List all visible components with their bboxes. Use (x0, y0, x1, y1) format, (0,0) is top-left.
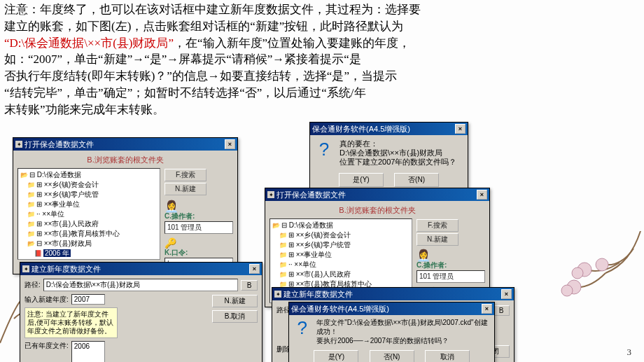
dialog-title: 建立新年度数据文件 (31, 264, 101, 274)
operator-label: C.操作者: (416, 261, 447, 269)
msg-line: 年度文件"D:\保会通数据\××市(县)财政局\2007.ckd"创建成功！ (316, 318, 490, 336)
close-icon[interactable]: × (477, 190, 487, 200)
operator-label: C.操作者: (164, 212, 195, 220)
text: ，在“输入新年度”位置处输入要建账的年度， (174, 36, 410, 50)
tree-year-node[interactable]: 2006 年 (34, 249, 158, 258)
cancel-button[interactable]: B.取消 (212, 310, 258, 323)
new-button[interactable]: N.新建 (212, 295, 258, 307)
dialog-title: 打开保会通数据文件 (276, 190, 346, 200)
yes-button[interactable]: 是(Y) (339, 173, 384, 187)
tree-node[interactable]: ⊞ ××乡(镇)零户统管 (27, 190, 158, 200)
question-icon: ? (314, 139, 334, 159)
tree-root[interactable]: ⊟ D:\保会通数据 (20, 170, 158, 180)
search-button[interactable]: F.搜索 (164, 169, 206, 181)
tree-root[interactable]: ⊟ D:\保会通数据 (272, 221, 410, 230)
tree-node[interactable]: ⊞ ××市(县)教育局核算中心 (27, 229, 158, 239)
existing-year-list[interactable]: 2006 (71, 341, 105, 362)
close-icon[interactable]: × (249, 264, 260, 274)
dialog-title: 建立新年度数据文件 (284, 289, 353, 300)
svg-point-8 (596, 258, 608, 271)
cancel-button[interactable]: 取消 (425, 350, 470, 362)
app-icon: ✦ (22, 265, 29, 272)
tree-node[interactable]: ·· ××单位 (27, 209, 158, 219)
svg-point-10 (561, 285, 573, 296)
browse-button[interactable]: B (241, 280, 258, 291)
text: 建立的账套，如下图(左)，点击账套组对话框的“新建”按钮，此时路径默认为 (4, 20, 403, 33)
text: 否执行年度结转(即年末转账)？”的信息→如要直接结转，选择“是”，当提示 (4, 69, 397, 83)
confirm-create-dialog: 保会通财务软件(A4.5增强版) × ? 真的要在： D:\保会通数据\××市(… (309, 122, 468, 190)
confirm-rollover-dialog: 保会通财务软件(A4.5增强版) × ? 年度文件"D:\保会通数据\××市(县… (288, 302, 495, 362)
tree-node[interactable]: ⊞ ××市(县)人民政府 (27, 219, 158, 229)
search-button[interactable]: F.搜索 (416, 219, 458, 232)
app-icon: ✦ (15, 141, 22, 148)
question-icon: ? (293, 318, 311, 337)
tree-node[interactable]: ·· ××单位 (279, 260, 410, 270)
group-label: B.浏览账套的根文件夹 (270, 205, 485, 216)
dialog-title: 打开保会通数据文件 (24, 139, 94, 150)
text: 如：“2007”，单击“新建”→“是”→屏幕提示“请稍候”→紧接着提示“是 (4, 53, 361, 66)
input-year-label: 输入新建年度: (24, 295, 69, 305)
close-icon[interactable]: × (482, 304, 492, 314)
avatar-icon: 👩‍💼 (416, 251, 485, 260)
tree-node[interactable]: ⊞ ××事业单位 (279, 250, 410, 260)
browse-button[interactable]: B (493, 305, 510, 316)
dialog-title: 保会通财务软件(A4.5增强版) (312, 124, 410, 134)
path-label: 路径: (24, 280, 41, 290)
tree-node-selected[interactable]: ⊟ ××市(县)财政局 (27, 239, 158, 249)
text: 注意：年度终了，也可以在该对话框中建立新年度数据文件，其过程为：选择要 (4, 3, 421, 16)
svg-point-9 (567, 280, 581, 294)
tree-node[interactable]: ⊞ ××事业单位 (27, 200, 158, 209)
path-field[interactable]: D:\保会通数据\××市(县)财政局 (43, 279, 238, 291)
close-icon[interactable]: × (455, 124, 465, 134)
input-year-field[interactable]: 2007 (71, 294, 105, 305)
app-icon: ✦ (267, 191, 274, 198)
msg-line: 位置下建立2007年的数据文件吗？ (340, 158, 456, 167)
folder-tree[interactable]: ⊟ D:\保会通数据 ⊞ ××乡(镇)资金会计 ⊞ ××乡(镇)零户统管 ⊞ ×… (18, 168, 160, 260)
new-button[interactable]: N.新建 (164, 183, 206, 195)
tree-node[interactable]: ⊞ ××乡(镇)资金会计 (27, 180, 158, 190)
tooltip-note: 注意: 当建立了新年度文件后,便可年末账务转移，默认年度文件之前请做好备份。 (24, 307, 118, 338)
msg-line: 真的要在： (340, 139, 456, 148)
new-year-dialog-left: ✦ 建立新年度数据文件 × 路径: D:\保会通数据\××市(县)财政局 B 输… (20, 262, 262, 362)
password-label: K.口令: (164, 249, 188, 256)
app-icon: ✦ (274, 291, 281, 298)
svg-point-6 (578, 263, 592, 277)
dialog-title: 保会通财务软件(A4.5增强版) (291, 304, 389, 314)
open-data-file-dialog-left: ✦ 打开保会通数据文件 × B.浏览账套的根文件夹 ⊟ D:\保会通数据 ⊞ ×… (13, 137, 238, 274)
close-icon[interactable]: × (501, 289, 512, 299)
msg-line: 要执行2006──→2007年度的数据结转吗？ (316, 336, 490, 345)
no-button[interactable]: 否(N) (394, 173, 439, 187)
path-highlight: “D:\保会通数据\××市(县)财政局” (4, 36, 174, 50)
svg-point-7 (572, 267, 583, 279)
no-button[interactable]: 否(N) (370, 350, 414, 362)
tree-node[interactable]: ⊞ ××乡(镇)零户统管 (279, 240, 410, 250)
avatar-icon: 👩‍💼 (164, 202, 233, 211)
tree-node[interactable]: ⊞ ××乡(镇)资金会计 (279, 230, 410, 240)
decorative-branch-right (536, 231, 644, 362)
page-number: 3 (627, 347, 632, 358)
existing-year-label: 已有年度文件: (24, 341, 69, 351)
yes-button[interactable]: 是(Y) (314, 350, 358, 362)
msg-line: D:\保会通数据\××市(县)财政局 (340, 148, 456, 158)
group-label: B.浏览账套的根文件夹 (18, 155, 233, 165)
key-icon: 🔑 (164, 238, 233, 248)
instruction-paragraph: 注意：年度终了，也可以在该对话框中建立新年度数据文件，其过程为：选择要 建立的账… (4, 1, 599, 118)
operator-field[interactable]: 101 管理员 (416, 270, 485, 283)
tree-node[interactable]: ⊞ ××市(县)人民政府 (279, 270, 410, 279)
text: 末转账”功能来完成年末转账。 (4, 103, 164, 116)
close-icon[interactable]: × (225, 139, 235, 149)
new-button[interactable]: N.新建 (416, 233, 458, 246)
operator-field[interactable]: 101 管理员 (164, 221, 233, 234)
text: “结转完毕”，单击”确定”；如暂时不结转选择“否”，以后通过“系统/年 (4, 86, 366, 99)
